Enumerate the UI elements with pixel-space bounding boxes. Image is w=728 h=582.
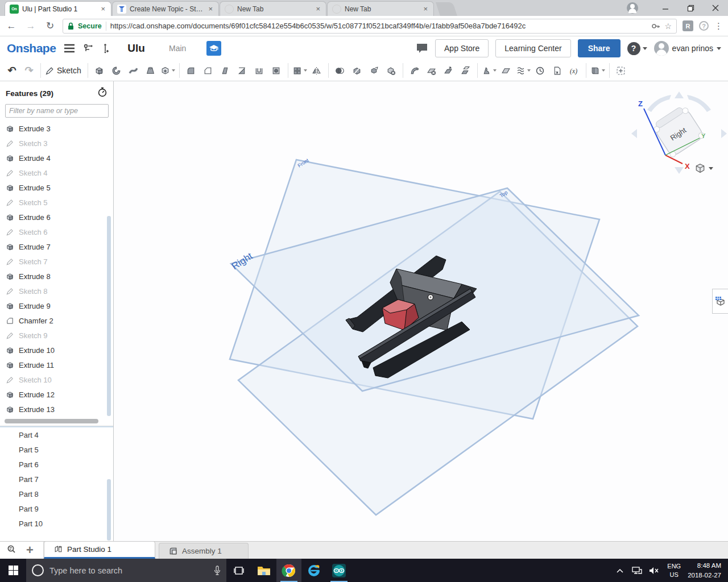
- draft-button[interactable]: [217, 62, 234, 79]
- add-element-button[interactable]: +: [26, 544, 34, 556]
- arduino-icon[interactable]: [326, 559, 351, 582]
- feature-item-sketch-5[interactable]: Sketch 5: [0, 195, 113, 210]
- view-cube[interactable]: Right Z X Y: [630, 86, 728, 180]
- parts-scrollbar[interactable]: [107, 479, 111, 541]
- taskbar-clock[interactable]: 8:48 AM 2018-02-27: [685, 561, 728, 579]
- tab-close-icon[interactable]: ×: [100, 5, 106, 13]
- rollback-bar[interactable]: [5, 419, 98, 423]
- refresh-icon[interactable]: ↻: [43, 20, 57, 32]
- back-icon[interactable]: ←: [5, 20, 18, 32]
- browser-tab-2[interactable]: New Tab×: [220, 1, 326, 16]
- filter-input[interactable]: [5, 104, 109, 118]
- feature-item-chamfer-2[interactable]: Chamfer 2: [0, 313, 113, 328]
- internet-explorer-icon[interactable]: [301, 559, 326, 582]
- bookmark-star-icon[interactable]: ☆: [664, 22, 672, 31]
- parts-flyout-tab[interactable]: [712, 289, 728, 314]
- feature-item-extrude-7[interactable]: Extrude 7: [0, 239, 113, 254]
- feature-item-extrude-10[interactable]: Extrude 10: [0, 343, 113, 357]
- feature-item-extrude-12[interactable]: Extrude 12: [0, 387, 113, 402]
- insert-custom-feature-button[interactable]: [613, 62, 630, 79]
- minimize-button[interactable]: [653, 0, 678, 16]
- rollback-history-icon[interactable]: [97, 87, 107, 99]
- browser-help-icon[interactable]: ?: [699, 21, 709, 31]
- undo-button[interactable]: ↶: [3, 62, 20, 79]
- app-store-button[interactable]: App Store: [435, 39, 489, 57]
- onshape-logo[interactable]: Onshape: [7, 41, 56, 55]
- microphone-icon[interactable]: [214, 566, 221, 576]
- part-item-part-9[interactable]: Part 9: [0, 501, 113, 516]
- browser-tab-1[interactable]: Create New Topic - Star C×: [112, 1, 219, 16]
- circular-pattern-button[interactable]: [532, 62, 549, 79]
- element-filter-icon[interactable]: [7, 544, 18, 556]
- part-item-part-10[interactable]: Part 10: [0, 516, 113, 531]
- features-scrollbar[interactable]: [107, 216, 111, 416]
- transform-button[interactable]: [366, 62, 383, 79]
- feature-item-sketch-6[interactable]: Sketch 6: [0, 225, 113, 239]
- rib-button[interactable]: [234, 62, 251, 79]
- feature-item-extrude-9[interactable]: Extrude 9: [0, 298, 113, 313]
- part-item-part-6[interactable]: Part 6: [0, 457, 113, 472]
- boolean-new-button[interactable]: [159, 62, 176, 79]
- replace-face-button[interactable]: [457, 62, 474, 79]
- delete-part-button[interactable]: [383, 62, 400, 79]
- chevron-down-icon[interactable]: [602, 69, 605, 72]
- graphics-viewport[interactable]: Right Front Top: [114, 81, 728, 541]
- network-icon[interactable]: [628, 559, 646, 582]
- feature-item-extrude-8[interactable]: Extrude 8: [0, 269, 113, 284]
- chevron-down-icon[interactable]: [493, 69, 497, 72]
- chamfer-button[interactable]: [200, 62, 217, 79]
- thicken-button[interactable]: [481, 62, 498, 79]
- feature-item-extrude-5[interactable]: Extrude 5: [0, 180, 113, 195]
- split-button[interactable]: [349, 62, 366, 79]
- share-button[interactable]: Share: [578, 39, 621, 57]
- start-button[interactable]: [0, 559, 26, 582]
- feature-library-button[interactable]: [589, 62, 606, 79]
- browser-tab-0[interactable]: OnUlu | Part Studio 1×: [5, 1, 111, 16]
- chrome-icon[interactable]: [276, 559, 301, 582]
- plane-button[interactable]: [498, 62, 515, 79]
- restore-button[interactable]: [678, 0, 703, 16]
- sketch-button[interactable]: Sketch: [44, 62, 85, 79]
- main-menu-icon[interactable]: [64, 44, 75, 53]
- browser-menu-icon[interactable]: ⋮: [714, 21, 723, 31]
- move-face-button[interactable]: [440, 62, 457, 79]
- tray-expand-icon[interactable]: [611, 559, 628, 582]
- feedback-bubble-icon[interactable]: [416, 43, 428, 54]
- feature-item-sketch-9[interactable]: Sketch 9: [0, 328, 113, 343]
- part-item-part-4[interactable]: Part 4: [0, 427, 113, 442]
- language-indicator[interactable]: ENG US: [663, 562, 685, 579]
- boolean-button[interactable]: [332, 62, 349, 79]
- volume-muted-icon[interactable]: [646, 559, 663, 582]
- feature-item-extrude-3[interactable]: Extrude 3: [0, 121, 113, 136]
- help-icon[interactable]: ?: [627, 42, 640, 55]
- url-field[interactable]: Secure https://cad.onshape.com/documents…: [63, 19, 677, 34]
- redo-button[interactable]: ↷: [20, 62, 38, 79]
- workspace-name[interactable]: Main: [169, 44, 186, 53]
- extension-badge[interactable]: R: [682, 20, 693, 31]
- learning-cap-icon[interactable]: [206, 41, 221, 56]
- forward-icon[interactable]: →: [24, 20, 38, 32]
- view-options-menu[interactable]: [695, 163, 713, 173]
- tab-close-icon[interactable]: ×: [422, 5, 429, 13]
- mirror-button[interactable]: [308, 62, 325, 79]
- feature-item-extrude-4[interactable]: Extrude 4: [0, 151, 113, 165]
- chrome-profile-icon[interactable]: [627, 2, 638, 14]
- hole-button[interactable]: [268, 62, 285, 79]
- browser-tab-3[interactable]: New Tab×: [327, 1, 434, 16]
- revolve-button[interactable]: [108, 62, 125, 79]
- document-title[interactable]: Ulu: [127, 42, 145, 55]
- feature-item-sketch-3[interactable]: Sketch 3: [0, 136, 113, 151]
- tab-close-icon[interactable]: ×: [315, 5, 321, 13]
- shell-button[interactable]: [251, 62, 268, 79]
- linear-pattern-button[interactable]: [291, 62, 308, 79]
- feature-item-sketch-10[interactable]: Sketch 10: [0, 372, 113, 387]
- user-menu[interactable]: evan prinos: [654, 41, 721, 56]
- feature-item-sketch-8[interactable]: Sketch 8: [0, 284, 113, 298]
- feature-item-sketch-7[interactable]: Sketch 7: [0, 254, 113, 269]
- loft-button[interactable]: [142, 62, 159, 79]
- close-button[interactable]: [703, 0, 728, 16]
- key-icon[interactable]: [651, 22, 660, 31]
- chevron-down-icon[interactable]: [172, 69, 175, 72]
- feature-item-extrude-6[interactable]: Extrude 6: [0, 210, 113, 225]
- variable-button[interactable]: (x): [566, 62, 583, 79]
